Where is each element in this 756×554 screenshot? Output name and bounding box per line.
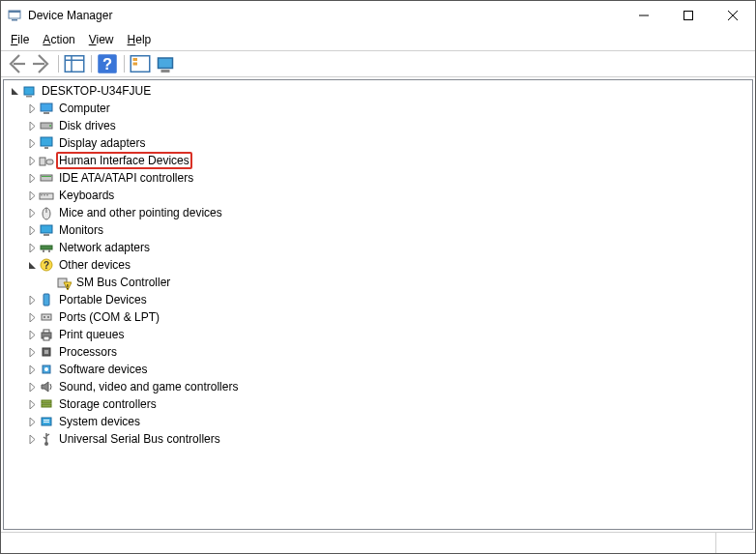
svg-rect-56: [42, 404, 51, 407]
svg-text:?: ?: [102, 55, 112, 73]
tree-item-label: Human Interface Devices: [56, 152, 192, 169]
svg-text:?: ?: [44, 260, 49, 271]
tree-item[interactable]: Display adapters: [4, 134, 752, 152]
svg-rect-58: [44, 420, 49, 421]
menu-view[interactable]: View: [83, 32, 120, 47]
expand-arrow-icon[interactable]: [25, 310, 39, 324]
svg-rect-52: [44, 350, 48, 354]
hid-icon: [39, 153, 54, 168]
menu-help[interactable]: Help: [122, 32, 158, 47]
back-button[interactable]: [5, 53, 28, 74]
expand-arrow-icon[interactable]: [25, 328, 39, 341]
tree-item[interactable]: Ports (COM & LPT): [4, 308, 752, 326]
properties-button[interactable]: [154, 53, 177, 74]
help-button[interactable]: ?: [96, 53, 119, 74]
tree-item-label: Mice and other pointing devices: [58, 206, 223, 219]
storage-icon: [39, 396, 54, 412]
menu-action[interactable]: Action: [37, 32, 80, 47]
tree-item[interactable]: Sound, video and game controllers: [4, 378, 752, 395]
tree-item[interactable]: Portable Devices: [4, 291, 752, 308]
tree-item-label: Sound, video and game controllers: [58, 380, 239, 394]
tree-item[interactable]: System devices: [4, 413, 752, 430]
tree-item[interactable]: Mice and other pointing devices: [4, 204, 752, 221]
tree-item[interactable]: Network adapters: [4, 239, 752, 256]
show-hide-tree-button[interactable]: [63, 53, 86, 74]
tree-item-label: Other devices: [58, 258, 131, 272]
expand-arrow-icon[interactable]: [25, 119, 39, 132]
tree-item-label: Ports (COM & LPT): [58, 310, 160, 324]
tree-item[interactable]: Processors: [4, 343, 752, 361]
svg-rect-30: [41, 194, 43, 196]
expand-arrow-icon[interactable]: [8, 84, 21, 98]
tree-item[interactable]: Human Interface Devices: [4, 152, 752, 169]
svg-rect-18: [26, 96, 32, 98]
tree-item[interactable]: Software devices: [4, 361, 752, 378]
expand-arrow-icon[interactable]: [25, 432, 39, 446]
tree-item-label: Monitors: [58, 223, 104, 237]
ports-icon: [39, 309, 54, 325]
monitor2-icon: [39, 222, 54, 238]
svg-rect-1: [9, 11, 20, 13]
software-icon: [39, 362, 54, 377]
tree-item[interactable]: IDE ATA/ATAPI controllers: [4, 169, 752, 187]
tree-item[interactable]: Disk drives: [4, 117, 752, 134]
tree-item-label: Network adapters: [58, 241, 151, 254]
expand-arrow-icon[interactable]: [25, 380, 39, 394]
tree-item[interactable]: Monitors: [4, 221, 752, 239]
expand-arrow-icon[interactable]: [25, 154, 39, 167]
tree-item[interactable]: Universal Serial Bus controllers: [4, 430, 752, 448]
expand-arrow-icon[interactable]: [25, 223, 39, 237]
tree-item-child[interactable]: !SM Bus Controller: [4, 274, 752, 291]
forward-button[interactable]: [30, 53, 53, 74]
tree-item-label: SM Bus Controller: [75, 276, 171, 289]
system-icon: [39, 414, 54, 429]
window-title: Device Manager: [28, 9, 622, 22]
display-icon: [39, 135, 54, 151]
svg-rect-31: [44, 194, 45, 196]
svg-rect-20: [44, 112, 49, 114]
mouse-icon: [39, 205, 54, 220]
toolbar-separator: [88, 53, 94, 74]
tree-item[interactable]: Keyboards: [4, 187, 752, 204]
menubar: File Action View Help: [1, 30, 755, 50]
close-button[interactable]: [711, 1, 755, 30]
svg-rect-45: [42, 314, 51, 320]
svg-rect-59: [44, 422, 49, 423]
tree-item[interactable]: Print queues: [4, 326, 752, 343]
tree-item-label: System devices: [58, 415, 141, 428]
expand-arrow-icon[interactable]: [25, 293, 39, 306]
minimize-button[interactable]: [622, 1, 666, 30]
expand-arrow-icon[interactable]: [25, 415, 39, 428]
expand-arrow-icon[interactable]: [25, 102, 39, 115]
svg-rect-14: [133, 63, 138, 66]
expand-arrow-icon[interactable]: [25, 206, 39, 219]
expand-arrow-icon[interactable]: [25, 345, 39, 359]
maximize-button[interactable]: [666, 1, 711, 30]
statusbar-pane: [1, 533, 716, 553]
expand-arrow-icon[interactable]: [25, 136, 39, 150]
tree-item-label: Storage controllers: [58, 397, 158, 411]
tree-item-label: IDE ATA/ATAPI controllers: [58, 171, 194, 185]
device-tree[interactable]: DESKTOP-U34FJUEComputerDisk drivesDispla…: [3, 79, 753, 530]
tree-item[interactable]: Storage controllers: [4, 395, 752, 413]
tree-root-node[interactable]: DESKTOP-U34FJUE: [4, 82, 752, 100]
sound-icon: [39, 379, 54, 394]
expand-arrow-icon[interactable]: [25, 171, 39, 185]
menu-file[interactable]: File: [5, 32, 35, 47]
expand-arrow-icon[interactable]: [25, 258, 39, 272]
tree-item-label: Computer: [58, 102, 111, 115]
expand-arrow-icon[interactable]: [25, 363, 39, 376]
scan-hardware-button[interactable]: [129, 53, 152, 74]
expand-arrow-icon[interactable]: [25, 241, 39, 254]
expand-arrow-icon[interactable]: [25, 397, 39, 411]
cpu-icon: [39, 344, 54, 360]
window-buttons: [622, 1, 755, 30]
expand-arrow-icon[interactable]: [25, 189, 39, 202]
statusbar: [1, 532, 755, 553]
svg-rect-32: [46, 194, 48, 196]
tree-item[interactable]: Computer: [4, 100, 752, 117]
network-icon: [39, 240, 54, 255]
tree-item[interactable]: ?Other devices: [4, 256, 752, 274]
svg-point-47: [47, 316, 49, 318]
tree-item-label: Software devices: [58, 363, 148, 376]
